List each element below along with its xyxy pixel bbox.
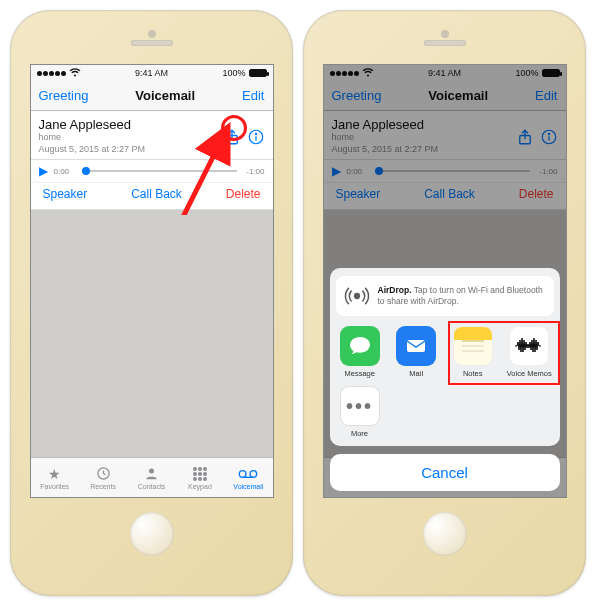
keypad-icon — [193, 466, 207, 482]
battery-icon — [249, 69, 267, 77]
nav-bar: Greeting Voicemail Edit — [31, 81, 273, 111]
share-mail[interactable]: Mail — [392, 326, 441, 378]
iphone-left: 9:41 AM 100% Greeting Voicemail Edit Jan… — [10, 10, 293, 596]
tab-voicemail[interactable]: Voicemail — [224, 458, 272, 497]
tab-label: Favorites — [40, 483, 69, 490]
phone-speaker — [424, 40, 466, 46]
svg-point-2 — [255, 134, 256, 135]
tab-label: Contacts — [138, 483, 166, 490]
tab-label: Voicemail — [233, 483, 263, 490]
screen-right: 9:41 AM 100% Greeting Voicemail Edit Jan… — [323, 64, 567, 498]
nav-title: Voicemail — [135, 88, 195, 103]
airdrop-icon — [344, 282, 370, 310]
tab-recents[interactable]: Recents — [79, 458, 127, 497]
share-apps-row: Message Mail Notes — [336, 326, 554, 378]
app-label: Message — [345, 369, 375, 378]
message-icon — [340, 326, 380, 366]
svg-point-6 — [240, 470, 247, 477]
info-icon[interactable] — [247, 128, 265, 146]
contact-icon — [144, 466, 159, 482]
status-bar: 9:41 AM 100% — [31, 65, 273, 81]
tab-label: Recents — [90, 483, 116, 490]
share-sheet: AirDrop. Tap to turn on Wi-Fi and Blueto… — [330, 268, 560, 491]
voicemail-icon — [238, 466, 258, 482]
home-button[interactable] — [130, 512, 174, 556]
status-time: 9:41 AM — [135, 68, 168, 78]
cancel-button[interactable]: Cancel — [330, 454, 560, 491]
speaker-button[interactable]: Speaker — [43, 187, 88, 201]
time-remaining: -1:00 — [243, 167, 265, 176]
signal-dots-icon — [37, 71, 66, 76]
callback-button[interactable]: Call Back — [131, 187, 182, 201]
mail-icon — [396, 326, 436, 366]
annotation-rect — [448, 321, 560, 385]
home-button[interactable] — [423, 512, 467, 556]
airdrop-row[interactable]: AirDrop. Tap to turn on Wi-Fi and Blueto… — [336, 276, 554, 316]
svg-point-7 — [250, 470, 257, 477]
phone-camera — [148, 30, 156, 38]
wifi-icon — [69, 68, 81, 79]
iphone-right: 9:41 AM 100% Greeting Voicemail Edit Jan… — [303, 10, 586, 596]
tab-bar: ★ Favorites Recents Contacts — [31, 457, 273, 497]
tab-keypad[interactable]: Keypad — [176, 458, 224, 497]
svg-point-5 — [149, 469, 154, 474]
clock-icon — [96, 466, 111, 482]
caller-source: home — [39, 132, 146, 144]
annotation-circle — [221, 115, 247, 141]
time-elapsed: 0:00 — [54, 167, 76, 176]
share-actions-row: ••• More — [336, 386, 554, 438]
app-label: More — [351, 429, 368, 438]
delete-button[interactable]: Delete — [226, 187, 261, 201]
battery-pct: 100% — [222, 68, 245, 78]
tab-favorites[interactable]: ★ Favorites — [31, 458, 79, 497]
scrubber[interactable] — [82, 170, 237, 172]
share-more[interactable]: ••• More — [336, 386, 384, 438]
caller-name: Jane Appleseed — [39, 117, 146, 132]
share-message[interactable]: Message — [336, 326, 385, 378]
voicemail-timestamp: August 5, 2015 at 2:27 PM — [39, 144, 146, 156]
more-icon: ••• — [340, 386, 380, 426]
tab-contacts[interactable]: Contacts — [127, 458, 175, 497]
airdrop-text: AirDrop. Tap to turn on Wi-Fi and Blueto… — [378, 285, 546, 306]
phone-speaker — [131, 40, 173, 46]
play-icon[interactable]: ▶ — [39, 164, 48, 178]
phone-camera — [441, 30, 449, 38]
voicemail-actions: Speaker Call Back Delete — [31, 183, 273, 210]
edit-button[interactable]: Edit — [242, 88, 264, 103]
tab-label: Keypad — [188, 483, 212, 490]
star-icon: ★ — [48, 466, 61, 482]
svg-point-15 — [354, 294, 359, 299]
svg-rect-16 — [407, 340, 425, 352]
app-label: Mail — [409, 369, 423, 378]
audio-player: ▶ 0:00 -1:00 — [31, 160, 273, 183]
greeting-button[interactable]: Greeting — [39, 88, 89, 103]
screen-left: 9:41 AM 100% Greeting Voicemail Edit Jan… — [30, 64, 274, 498]
